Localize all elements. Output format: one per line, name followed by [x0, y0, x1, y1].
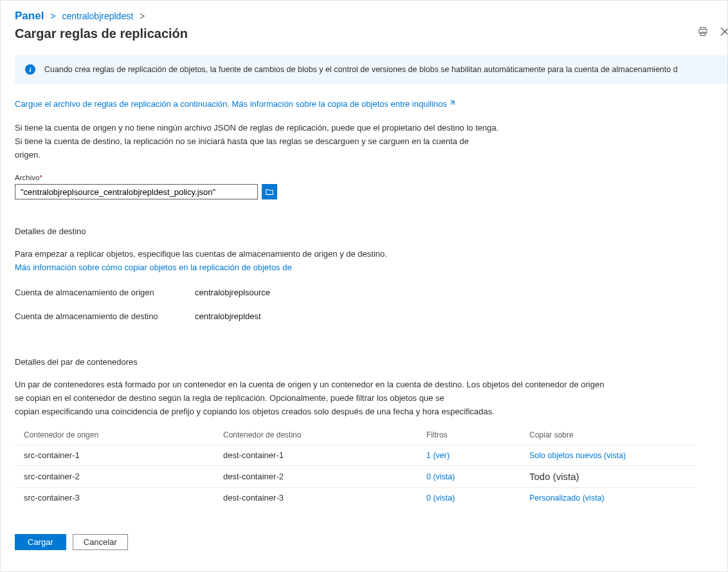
pair-desc-2: se copian en el contenedor de destino se…: [15, 393, 727, 403]
breadcrumb-sep: >: [50, 11, 55, 21]
file-field-label: Archivo*: [15, 174, 727, 181]
upload-note-2: Si tiene la cuenta de destino, la replic…: [15, 136, 727, 146]
cross-tenant-link[interactable]: Más información sobre la copia de objeto…: [232, 99, 455, 109]
table-row: src-container-3dest-container-30 (vista)…: [15, 487, 696, 508]
dst-account-value: centralobjrepldest: [195, 311, 261, 321]
table-row: src-container-2dest-container-20 (vista)…: [15, 465, 696, 487]
info-text: Cuando crea reglas de replicación de obj…: [44, 65, 678, 74]
copy-over-link[interactable]: Solo objetos nuevos (vista): [529, 451, 626, 460]
filter-link[interactable]: 1 (ver): [426, 451, 450, 460]
svg-rect-1: [699, 30, 707, 33]
src-account-value: centralobjreplsource: [195, 288, 270, 297]
svg-rect-2: [701, 32, 705, 36]
dst-account-label: Cuenta de almacenamiento de destino: [15, 311, 195, 321]
filter-link[interactable]: 0 (vista): [426, 494, 455, 503]
src-account-label: Cuenta de almacenamiento de origen: [15, 288, 195, 297]
upload-lead-text: Cargue el archivo de reglas de replicaci…: [15, 99, 232, 109]
col-header-dst: Contenedor de destino: [223, 430, 426, 439]
cell-dst: dest-container-1: [223, 450, 426, 460]
cell-src: src-container-3: [24, 493, 223, 503]
col-header-fil: Filtros: [426, 430, 529, 439]
dest-learn-link[interactable]: Más información sobre cómo copiar objeto…: [15, 263, 727, 272]
cell-src: src-container-1: [24, 450, 223, 460]
filter-link[interactable]: 0 (vista): [426, 472, 455, 481]
info-icon: i: [25, 64, 35, 75]
upload-note-3: origen.: [15, 150, 727, 160]
copy-over-link[interactable]: Todo (vista): [529, 471, 579, 482]
copy-over-link[interactable]: Personalizado (vista): [529, 494, 605, 503]
dest-heading: Detalles de destino: [15, 226, 727, 236]
upload-button[interactable]: Cargar: [15, 534, 66, 550]
breadcrumb-item[interactable]: centralobjrepldest: [62, 11, 134, 21]
upload-note-1: Si tiene la cuenta de origen y no tiene …: [15, 123, 727, 133]
footer: Cargar Cancelar: [1, 526, 727, 558]
cell-src: src-container-2: [24, 472, 223, 481]
print-icon[interactable]: [698, 26, 708, 37]
col-header-src: Contenedor de origen: [24, 430, 223, 439]
table-row: src-container-1dest-container-11 (ver)So…: [15, 445, 696, 465]
file-input[interactable]: [15, 184, 258, 199]
cancel-button[interactable]: Cancelar: [73, 534, 128, 550]
info-banner: i Cuando crea reglas de replicación de o…: [15, 55, 727, 84]
external-link-icon: [448, 99, 455, 109]
container-pair-table: Contenedor de origen Contenedor de desti…: [15, 425, 696, 508]
pair-desc-1: Un par de contenedores está formado por …: [15, 380, 727, 389]
cell-dst: dest-container-2: [223, 472, 426, 481]
cell-dst: dest-container-3: [223, 493, 426, 503]
breadcrumb: Panel > centralobjrepldest >: [15, 10, 188, 23]
pair-heading: Detalles del par de contenedores: [15, 357, 727, 367]
close-icon[interactable]: [720, 26, 727, 37]
breadcrumb-root[interactable]: Panel: [15, 10, 44, 23]
col-header-copy: Copiar sobre: [529, 430, 687, 439]
page-title: Cargar reglas de replicación: [15, 26, 188, 41]
browse-button[interactable]: [262, 184, 277, 199]
breadcrumb-tail-sep: >: [140, 11, 145, 21]
dest-desc: Para empezar a replicar objetos, especif…: [15, 249, 727, 259]
pair-desc-3: copian especificando una coincidencia de…: [15, 407, 727, 416]
